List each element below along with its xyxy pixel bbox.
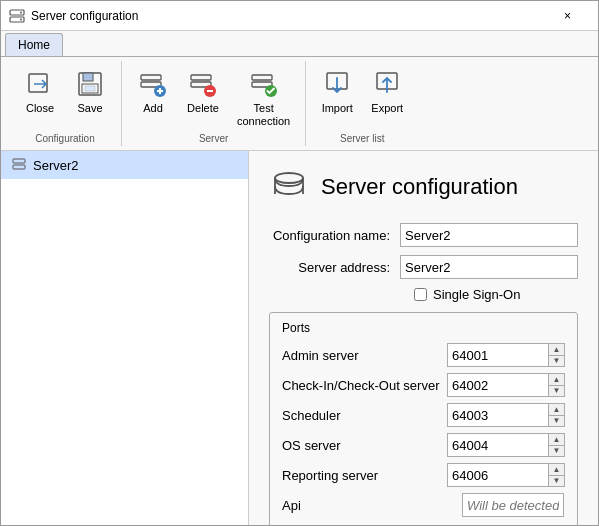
port-input-os[interactable]: [448, 434, 548, 456]
port-input-wrap-scheduler: ▲▼: [447, 403, 565, 427]
port-label-scheduler: Scheduler: [282, 408, 447, 423]
content-title: Server configuration: [321, 174, 518, 200]
title-bar-icon: [9, 8, 25, 24]
export-icon: [371, 68, 403, 100]
ribbon-tab-bar: Home: [1, 31, 598, 56]
serverlist-group-label: Server list: [340, 131, 384, 146]
server-address-label: Server address:: [269, 260, 400, 275]
port-spin-up-scheduler[interactable]: ▲: [549, 404, 564, 416]
svg-rect-21: [13, 165, 25, 169]
svg-rect-15: [252, 75, 272, 80]
title-bar: Server configuration ×: [1, 1, 598, 31]
port-input-admin[interactable]: [448, 344, 548, 366]
delete-label: Delete: [187, 102, 219, 115]
import-button[interactable]: Import: [314, 65, 360, 118]
ribbon-group-configuration: Close Save Con: [9, 61, 122, 146]
port-input-wrap-admin: ▲▼: [447, 343, 565, 367]
sso-label: Single Sign-On: [433, 287, 520, 302]
ribbon: Home Close: [1, 31, 598, 151]
add-icon: [137, 68, 169, 100]
port-spin-down-os[interactable]: ▼: [549, 446, 564, 457]
port-spinner-checkin: ▲▼: [548, 374, 564, 396]
svg-point-3: [20, 18, 22, 20]
port-spin-down-scheduler[interactable]: ▼: [549, 416, 564, 427]
port-spin-down-admin[interactable]: ▼: [549, 356, 564, 367]
port-spinner-admin: ▲▼: [548, 344, 564, 366]
sidebar-item-server2[interactable]: Server2: [1, 151, 248, 179]
server-list-icon: [11, 157, 27, 173]
import-label: Import: [322, 102, 353, 115]
save-label: Save: [77, 102, 102, 115]
test-label: Testconnection: [237, 102, 290, 128]
config-name-row: Configuration name:: [269, 223, 578, 247]
port-input-wrap-checkin: ▲▼: [447, 373, 565, 397]
port-label-reporting: Reporting server: [282, 468, 447, 483]
port-label-os: OS server: [282, 438, 447, 453]
port-label-checkin: Check-In/Check-Out server: [282, 378, 447, 393]
port-spin-up-reporting[interactable]: ▲: [549, 464, 564, 476]
content-header: Server configuration: [269, 167, 578, 207]
port-spin-down-reporting[interactable]: ▼: [549, 476, 564, 487]
sidebar: Server2: [1, 151, 249, 525]
close-button[interactable]: Close: [17, 65, 63, 118]
add-button[interactable]: Add: [130, 65, 176, 118]
port-row-scheduler: Scheduler▲▼: [282, 403, 565, 427]
svg-point-2: [20, 11, 22, 13]
port-row-os: OS server▲▼: [282, 433, 565, 457]
sidebar-item-label: Server2: [33, 158, 79, 173]
close-icon: [24, 68, 56, 100]
svg-rect-20: [13, 159, 25, 163]
port-spin-up-os[interactable]: ▲: [549, 434, 564, 446]
delete-button[interactable]: Delete: [180, 65, 226, 118]
port-input-scheduler[interactable]: [448, 404, 548, 426]
content-header-icon: [269, 167, 309, 207]
port-input-reporting[interactable]: [448, 464, 548, 486]
save-button[interactable]: Save: [67, 65, 113, 118]
port-row-reporting: Reporting server▲▼: [282, 463, 565, 487]
server-address-input[interactable]: [400, 255, 578, 279]
main-area: Server2 Server configuration: [1, 151, 598, 525]
export-label: Export: [371, 102, 403, 115]
port-label-admin: Admin server: [282, 348, 447, 363]
port-spin-up-checkin[interactable]: ▲: [549, 374, 564, 386]
ports-container: Admin server▲▼Check-In/Check-Out server▲…: [282, 343, 565, 517]
port-row-checkin: Check-In/Check-Out server▲▼: [282, 373, 565, 397]
port-input-wrap-reporting: ▲▼: [447, 463, 565, 487]
ribbon-buttons-config: Close Save: [17, 61, 113, 131]
window-title: Server configuration: [31, 9, 545, 23]
ribbon-tab-home[interactable]: Home: [5, 33, 63, 56]
test-icon: [248, 68, 280, 100]
port-input-wrap-api: [462, 493, 564, 517]
svg-rect-8: [85, 86, 95, 91]
port-spinner-os: ▲▼: [548, 434, 564, 456]
port-input-api[interactable]: [463, 494, 563, 516]
save-icon: [74, 68, 106, 100]
config-name-label: Configuration name:: [269, 228, 400, 243]
svg-rect-12: [191, 75, 211, 80]
port-spinner-reporting: ▲▼: [548, 464, 564, 486]
port-spin-down-checkin[interactable]: ▼: [549, 386, 564, 397]
ribbon-content: Close Save Con: [1, 56, 598, 150]
port-label-api: Api: [282, 498, 462, 513]
server-config-window: Server configuration × Home: [0, 0, 599, 526]
window-close-button[interactable]: ×: [545, 5, 590, 27]
config-group-label: Configuration: [35, 131, 94, 146]
ribbon-group-server: Add Delete: [122, 61, 306, 146]
svg-rect-9: [141, 75, 161, 80]
port-input-wrap-os: ▲▼: [447, 433, 565, 457]
port-row-api: Api: [282, 493, 565, 517]
server-group-label: Server: [199, 131, 228, 146]
port-spin-up-admin[interactable]: ▲: [549, 344, 564, 356]
content-panel: Server configuration Configuration name:…: [249, 151, 598, 525]
ribbon-group-serverlist: Import Export Server list: [306, 61, 418, 146]
config-name-input[interactable]: [400, 223, 578, 247]
window-controls: ×: [545, 5, 590, 27]
svg-point-22: [275, 173, 303, 183]
sso-checkbox[interactable]: [414, 288, 427, 301]
ribbon-buttons-server: Add Delete: [130, 61, 297, 131]
port-spinner-scheduler: ▲▼: [548, 404, 564, 426]
ports-group: Ports Admin server▲▼Check-In/Check-Out s…: [269, 312, 578, 525]
export-button[interactable]: Export: [364, 65, 410, 118]
test-connection-button[interactable]: Testconnection: [230, 65, 297, 131]
port-input-checkin[interactable]: [448, 374, 548, 396]
